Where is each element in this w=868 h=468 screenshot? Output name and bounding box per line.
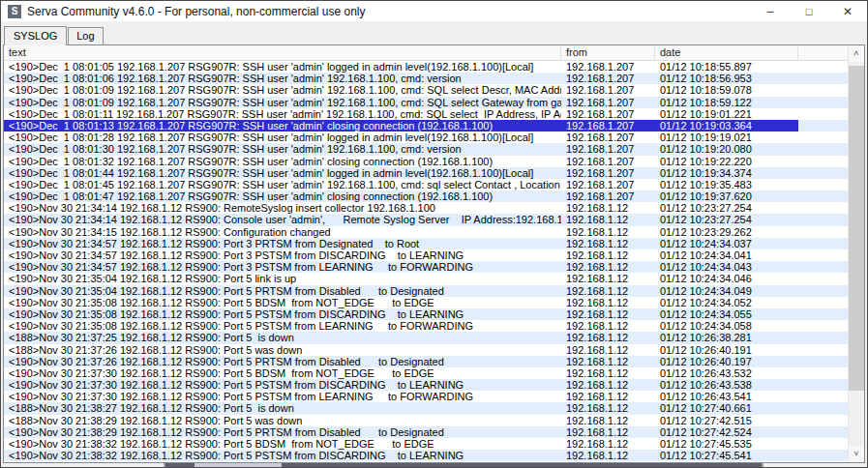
table-row[interactable]: <190>Nov 30 21:34:14 192.168.1.12 RS900:… xyxy=(4,202,848,214)
column-header-from[interactable]: from xyxy=(561,45,655,60)
cell-from: 192.168.1.12 xyxy=(561,344,655,356)
cell-text: <188>Nov 30 21:37:26 192.168.1.12 RS900:… xyxy=(4,344,561,356)
scroll-down-icon[interactable]: ˅ xyxy=(849,446,864,462)
tab-log[interactable]: Log xyxy=(68,27,103,44)
cell-from: 192.168.1.207 xyxy=(561,156,655,167)
cell-text: <188>Nov 30 21:37:25 192.168.1.12 RS900:… xyxy=(4,332,561,343)
table-row[interactable]: <190>Nov 30 21:38:29 192.168.1.12 RS900:… xyxy=(4,426,848,438)
table-row[interactable]: <190>Nov 30 21:37:30 192.168.1.12 RS900:… xyxy=(4,391,848,402)
cell-text: <190>Nov 30 21:37:30 192.168.1.12 RS900:… xyxy=(4,367,561,379)
table-row[interactable]: <190>Dec 1 08:01:09 192.168.1.207 RSG907… xyxy=(4,97,848,108)
syslog-list-main: text from date <190>Dec 1 08:01:05 192.1… xyxy=(4,45,848,462)
table-row[interactable]: <190>Nov 30 21:34:14 192.168.1.12 RS900:… xyxy=(4,214,848,225)
table-row[interactable]: <190>Nov 30 21:35:08 192.168.1.12 RS900:… xyxy=(4,308,848,320)
app-icon: S xyxy=(8,5,21,18)
cell-from: 192.168.1.12 xyxy=(561,285,655,297)
table-row[interactable]: <190>Dec 1 08:01:47 192.168.1.207 RSG907… xyxy=(4,190,848,202)
table-row[interactable]: <190>Nov 30 21:37:30 192.168.1.12 RS900:… xyxy=(4,379,848,391)
cell-text: <190>Nov 30 21:35:04 192.168.1.12 RS900:… xyxy=(4,273,561,284)
cell-date: 01/12 10:18:59.122 xyxy=(655,97,798,108)
cell-date: 01/12 10:19:20.080 xyxy=(655,143,798,155)
tab-syslog[interactable]: SYSLOG xyxy=(4,26,67,45)
background-window-sliver xyxy=(164,463,763,467)
cell-text: <190>Nov 30 21:34:14 192.168.1.12 RS900:… xyxy=(4,214,561,225)
vertical-scrollbar[interactable]: ˄ ˅ xyxy=(848,45,864,462)
cell-text: <190>Nov 30 21:35:08 192.168.1.12 RS900:… xyxy=(4,320,561,332)
cell-date: 01/12 10:24:34.055 xyxy=(655,308,798,320)
cell-text: <188>Nov 30 21:38:29 192.168.1.12 RS900:… xyxy=(4,415,561,426)
cell-date: 01/12 10:24:34.037 xyxy=(655,238,798,249)
cell-from: 192.168.1.12 xyxy=(561,214,655,225)
table-row[interactable]: <190>Nov 30 21:37:30 192.168.1.12 RS900:… xyxy=(4,367,848,379)
cell-date: 01/12 10:18:56.953 xyxy=(655,73,798,84)
cell-text: <190>Nov 30 21:37:30 192.168.1.12 RS900:… xyxy=(4,379,561,391)
cell-text: <190>Dec 1 08:01:30 192.168.1.207 RSG907… xyxy=(4,143,561,155)
bottom-strip xyxy=(1,463,867,467)
scrollbar-thumb[interactable] xyxy=(849,66,864,391)
table-row[interactable]: <190>Dec 1 08:01:05 192.168.1.207 RSG907… xyxy=(4,61,848,73)
table-row[interactable]: <190>Dec 1 08:01:13 192.168.1.207 RSG907… xyxy=(4,120,848,132)
table-row[interactable]: <190>Nov 30 21:34:57 192.168.1.12 RS900:… xyxy=(4,249,848,261)
cell-text: <190>Nov 30 21:34:57 192.168.1.12 RS900:… xyxy=(4,238,561,249)
table-row[interactable]: <188>Nov 30 21:37:26 192.168.1.12 RS900:… xyxy=(4,344,848,356)
cell-from: 192.168.1.207 xyxy=(561,167,655,179)
table-row[interactable]: <190>Dec 1 08:01:06 192.168.1.207 RSG907… xyxy=(4,73,848,84)
table-row[interactable]: <190>Dec 1 08:01:32 192.168.1.207 RSG907… xyxy=(4,156,848,167)
table-row[interactable]: <190>Dec 1 08:01:45 192.168.1.207 RSG907… xyxy=(4,179,848,190)
table-row[interactable]: <188>Nov 30 21:38:27 192.168.1.12 RS900:… xyxy=(4,402,848,414)
cell-date: 01/12 10:19:37.620 xyxy=(655,190,798,202)
cell-text: <190>Dec 1 08:01:32 192.168.1.207 RSG907… xyxy=(4,156,561,167)
cell-text: <190>Nov 30 21:35:08 192.168.1.12 RS900:… xyxy=(4,308,561,320)
table-row[interactable]: <190>Dec 1 08:01:30 192.168.1.207 RSG907… xyxy=(4,143,848,155)
table-row[interactable]: <190>Nov 30 21:38:32 192.168.1.12 RS900:… xyxy=(4,438,848,450)
cell-date: 01/12 10:19:34.374 xyxy=(655,167,798,179)
table-row[interactable]: <190>Nov 30 21:38:32 192.168.1.12 RS900:… xyxy=(4,450,848,461)
table-row[interactable]: <190>Dec 1 08:01:09 192.168.1.207 RSG907… xyxy=(4,84,848,96)
cell-date: 01/12 10:26:43.538 xyxy=(655,379,798,391)
scroll-up-icon[interactable]: ˄ xyxy=(849,45,864,62)
table-row[interactable]: <188>Nov 30 21:38:29 192.168.1.12 RS900:… xyxy=(4,415,848,426)
cell-from: 192.168.1.12 xyxy=(561,356,655,367)
cell-date: 01/12 10:23:29.262 xyxy=(655,226,798,238)
cell-date: 01/12 10:19:19.021 xyxy=(655,132,798,143)
table-row[interactable]: <190>Nov 30 21:37:26 192.168.1.12 RS900:… xyxy=(4,356,848,367)
table-row[interactable]: <190>Nov 30 21:34:57 192.168.1.12 RS900:… xyxy=(4,261,848,273)
cell-text: <190>Nov 30 21:34:57 192.168.1.12 RS900:… xyxy=(4,261,561,273)
table-row[interactable]: <190>Dec 1 08:01:28 192.168.1.207 RSG907… xyxy=(4,132,848,143)
minimize-button[interactable]: – xyxy=(751,1,790,21)
scrollbar-track[interactable] xyxy=(849,62,864,446)
column-header-date[interactable]: date xyxy=(655,45,798,60)
table-row[interactable]: <190>Nov 30 21:35:04 192.168.1.12 RS900:… xyxy=(4,285,848,297)
cell-date: 01/12 10:18:59.078 xyxy=(655,84,798,96)
cell-text: <190>Dec 1 08:01:13 192.168.1.207 RSG907… xyxy=(4,120,561,132)
maximize-button[interactable]: □ xyxy=(790,1,828,21)
log-rows: <190>Dec 1 08:01:05 192.168.1.207 RSG907… xyxy=(4,61,848,462)
cell-text: <190>Nov 30 21:34:15 192.168.1.12 RS900:… xyxy=(4,226,561,238)
cell-from: 192.168.1.207 xyxy=(561,143,655,155)
close-button[interactable]: ✕ xyxy=(828,1,867,21)
table-row[interactable]: <188>Nov 30 21:37:25 192.168.1.12 RS900:… xyxy=(4,332,848,343)
cell-date: 01/12 10:23:27.254 xyxy=(655,202,798,214)
cell-from: 192.168.1.12 xyxy=(561,426,655,438)
cell-from: 192.168.1.207 xyxy=(561,97,655,108)
cell-text: <190>Nov 30 21:38:32 192.168.1.12 RS900:… xyxy=(4,438,561,450)
column-header-text[interactable]: text xyxy=(4,45,561,60)
cell-date: 01/12 10:27:42.524 xyxy=(655,426,798,438)
cell-text: <190>Nov 30 21:38:32 192.168.1.12 RS900:… xyxy=(4,450,561,461)
table-row[interactable]: <190>Nov 30 21:35:08 192.168.1.12 RS900:… xyxy=(4,320,848,332)
cell-from: 192.168.1.12 xyxy=(561,438,655,450)
cell-date: 01/12 10:24:34.043 xyxy=(655,261,798,273)
column-header-filler xyxy=(798,45,848,60)
cell-from: 192.168.1.207 xyxy=(561,84,655,96)
cell-date: 01/12 10:26:43.532 xyxy=(655,367,798,379)
cell-date: 01/12 10:26:40.191 xyxy=(655,344,798,356)
table-row[interactable]: <190>Nov 30 21:34:15 192.168.1.12 RS900:… xyxy=(4,226,848,238)
cell-date: 01/12 10:26:40.197 xyxy=(655,356,798,367)
table-row[interactable]: <190>Dec 1 08:01:44 192.168.1.207 RSG907… xyxy=(4,167,848,179)
cell-from: 192.168.1.12 xyxy=(561,273,655,284)
table-row[interactable]: <190>Nov 30 21:34:57 192.168.1.12 RS900:… xyxy=(4,238,848,249)
table-row[interactable]: <190>Dec 1 08:01:11 192.168.1.207 RSG907… xyxy=(4,108,848,120)
table-row[interactable]: <190>Nov 30 21:35:04 192.168.1.12 RS900:… xyxy=(4,273,848,284)
cell-from: 192.168.1.12 xyxy=(561,332,655,343)
table-row[interactable]: <190>Nov 30 21:35:08 192.168.1.12 RS900:… xyxy=(4,297,848,308)
